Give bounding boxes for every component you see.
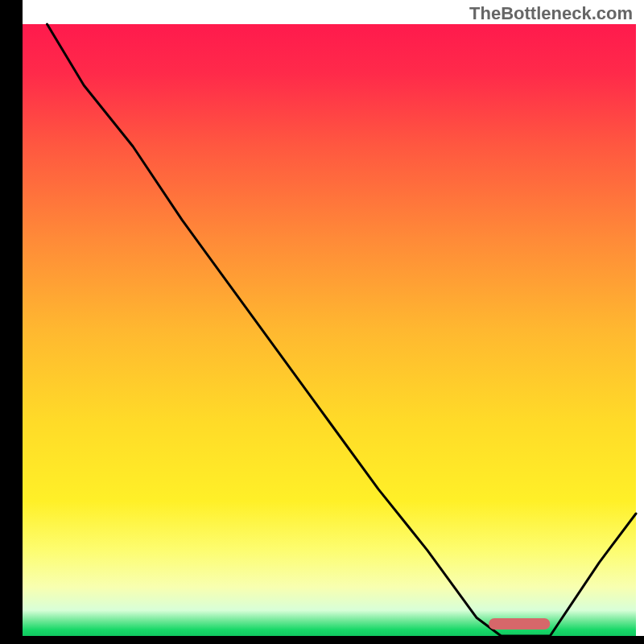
axis-left [0, 0, 23, 644]
watermark-text: TheBottleneck.com [469, 3, 633, 24]
chart-container: TheBottleneck.com [0, 0, 644, 644]
axis-bottom [0, 636, 644, 644]
optimal-range-marker [489, 618, 550, 630]
plot-background [23, 24, 636, 636]
bottleneck-chart [0, 0, 644, 644]
